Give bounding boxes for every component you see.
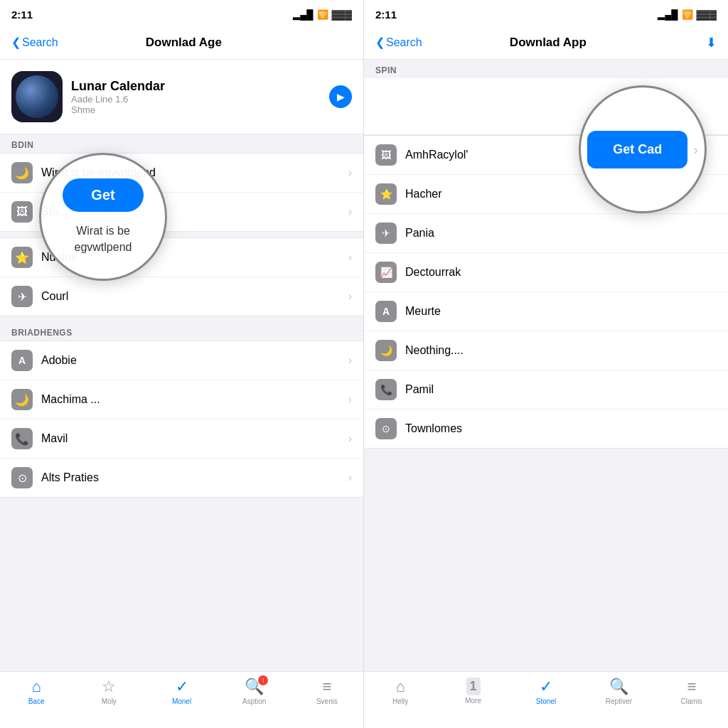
- nav-back-right[interactable]: ❮ Search: [375, 36, 422, 49]
- battery-icon-left: ▓▓▓: [332, 9, 352, 20]
- tab-label-clamis: Clamis: [681, 697, 703, 705]
- menu-icon-left: ≡: [322, 678, 331, 696]
- list-item[interactable]: A Adobie ›: [0, 341, 363, 380]
- app-info-left: Lunar Calendar Aade Line 1.6 Shme: [71, 79, 321, 115]
- section3-header-left: BRIADHENGS: [0, 322, 363, 341]
- get-cad-button[interactable]: Get Cad: [587, 131, 687, 168]
- download-icon-right[interactable]: ⬇: [706, 36, 717, 50]
- tab-item-stonel[interactable]: ✓ Stonel: [510, 678, 582, 705]
- section3-list-left: A Adobie › 🌙 Machima ... › 📞 Mavil › ⊙ A…: [0, 341, 363, 498]
- get-button-large[interactable]: Get: [63, 178, 143, 212]
- moon-icon: [16, 75, 58, 118]
- list-icon-r2: ⭐: [375, 183, 397, 205]
- check-icon-left: ✓: [176, 678, 188, 696]
- app-header-left: Lunar Calendar Aade Line 1.6 Shme ▶: [0, 60, 363, 134]
- list-item[interactable]: A Meurte: [364, 292, 728, 331]
- tab-item-bace[interactable]: ⌂ Bace: [0, 678, 73, 705]
- nav-bar-left: ❮ Search Downlad Age: [0, 26, 363, 60]
- nav-title-right: Downlad App: [422, 36, 674, 50]
- tab-item-svenis[interactable]: ≡ Svenis: [291, 678, 363, 705]
- list-label-8: Alts Praties: [41, 471, 340, 484]
- chevron-right-icon-4: ›: [348, 290, 352, 303]
- list-icon-circle1: ⊙: [11, 467, 33, 488]
- list-icon-r1: 🖼: [375, 144, 397, 166]
- tab-item-helly[interactable]: ⌂ Helly: [364, 678, 437, 705]
- list-label-r6: Neothing....: [405, 344, 717, 357]
- list-icon-r6: 🌙: [375, 340, 397, 361]
- list-icon-r3: ✈: [375, 223, 397, 244]
- list-icon-r8: ⊙: [375, 418, 397, 439]
- tab-label-more: More: [465, 697, 481, 705]
- status-time-left: 2:11: [11, 9, 33, 21]
- chevron-left-icon-right: ❮: [375, 36, 385, 49]
- circle-content-right: Get Cad ›: [581, 87, 705, 211]
- list-item[interactable]: ⊙ Townlomes: [364, 410, 728, 448]
- tab-label-monel: Monel: [172, 697, 191, 705]
- tab-item-moly[interactable]: ☆ Moly: [73, 678, 145, 705]
- chevron-right-icon-8: ›: [348, 471, 352, 484]
- search-badge-left: 🔍 !: [245, 678, 264, 696]
- signal-icon-right: ▂▄█: [658, 9, 678, 20]
- tab-label-reptiver: Reptiver: [606, 697, 632, 705]
- grid-icon-right: 1: [466, 678, 481, 695]
- tab-label-stonel: Stonel: [536, 697, 556, 705]
- list-item[interactable]: 📞 Pamil: [364, 370, 728, 410]
- list-icon-moon2: 🌙: [11, 389, 33, 410]
- nav-back-label-left[interactable]: Search: [22, 36, 58, 49]
- circle-content-left: Get Wirat is beegvwtlpend: [55, 171, 150, 262]
- nav-back-label-right[interactable]: Search: [386, 36, 422, 49]
- signal-icon-left: ▂▄█: [293, 9, 313, 20]
- app-icon-left: [11, 71, 63, 122]
- list-icon-moon1: 🌙: [11, 162, 33, 183]
- list-icon-star1: ⭐: [11, 247, 33, 268]
- nav-bar-right: ❮ Search Downlad App ⬇: [364, 26, 728, 60]
- circle-overlay-right: Get Cad ›: [579, 85, 707, 213]
- app-subtitle1-left: Aade Line 1.6: [71, 94, 321, 105]
- list-item[interactable]: 📈 Dectourrak: [364, 253, 728, 292]
- nav-back-left[interactable]: ❮ Search: [11, 36, 58, 49]
- list-label-5: Adobie: [41, 354, 340, 367]
- play-button-left[interactable]: ▶: [329, 85, 352, 108]
- search-icon-right: 🔍: [609, 678, 628, 696]
- list-item[interactable]: ⊙ Alts Praties ›: [0, 459, 363, 497]
- tab-label-helly: Helly: [392, 697, 408, 705]
- chevron-right-icon-5: ›: [348, 354, 352, 367]
- check-icon-right: ✓: [540, 678, 552, 696]
- list-item[interactable]: ✈ Pania: [364, 214, 728, 253]
- list-item[interactable]: 🌙 Neothing....: [364, 331, 728, 370]
- tab-item-asption[interactable]: 🔍 ! Asption: [218, 678, 291, 705]
- list-icon-photo1: 🖼: [11, 201, 33, 223]
- chevron-right-icon-3: ›: [348, 251, 352, 264]
- status-bar-right: 2:11 ▂▄█ 🛜 ▓▓▓: [364, 0, 728, 26]
- spin-header-right: SPIN: [364, 60, 728, 78]
- chevron-right-icon-6: ›: [348, 393, 352, 406]
- home-icon-right: ⌂: [396, 678, 405, 696]
- list-icon-r4: 📈: [375, 262, 397, 283]
- tab-label-svenis: Svenis: [316, 697, 338, 705]
- tab-bar-right: ⌂ Helly 1 More ✓ Stonel 🔍 Reptiver ≡ Cla…: [364, 671, 728, 728]
- nav-title-left: Downlad Age: [58, 36, 309, 50]
- tab-label-moly: Moly: [102, 697, 117, 705]
- nav-right-right[interactable]: ⬇: [674, 35, 717, 50]
- list-label-4: Courl: [41, 290, 340, 303]
- list-label-r4: Dectourrak: [405, 266, 717, 279]
- tab-item-monel[interactable]: ✓ Monel: [145, 678, 218, 705]
- list-item[interactable]: 📞 Mavil ›: [0, 419, 363, 459]
- tab-item-more[interactable]: 1 More: [437, 678, 509, 705]
- wifi-icon-left: 🛜: [317, 9, 328, 20]
- list-icon-r5: A: [375, 301, 397, 322]
- menu-icon-right: ≡: [687, 678, 696, 696]
- tab-item-clamis[interactable]: ≡ Clamis: [655, 678, 728, 705]
- circle-overlay-left: Get Wirat is beegvwtlpend: [39, 153, 167, 281]
- status-bar-left: 2:11 ▂▄█ 🛜 ▓▓▓: [0, 0, 363, 26]
- list-item[interactable]: 🌙 Machima ... ›: [0, 380, 363, 419]
- chevron-right-circle-icon: ›: [693, 141, 698, 158]
- list-label-6: Machima ...: [41, 393, 340, 406]
- tab-label-asption: Asption: [242, 697, 266, 705]
- tab-bar-left: ⌂ Bace ☆ Moly ✓ Monel 🔍 ! Asption ≡ Sven…: [0, 671, 363, 728]
- list-item[interactable]: ✈ Courl ›: [0, 277, 363, 316]
- tab-item-reptiver[interactable]: 🔍 Reptiver: [582, 678, 655, 705]
- chevron-right-icon-7: ›: [348, 432, 352, 445]
- list-icon-r7: 📞: [375, 379, 397, 400]
- battery-icon-right: ▓▓▓: [697, 9, 717, 20]
